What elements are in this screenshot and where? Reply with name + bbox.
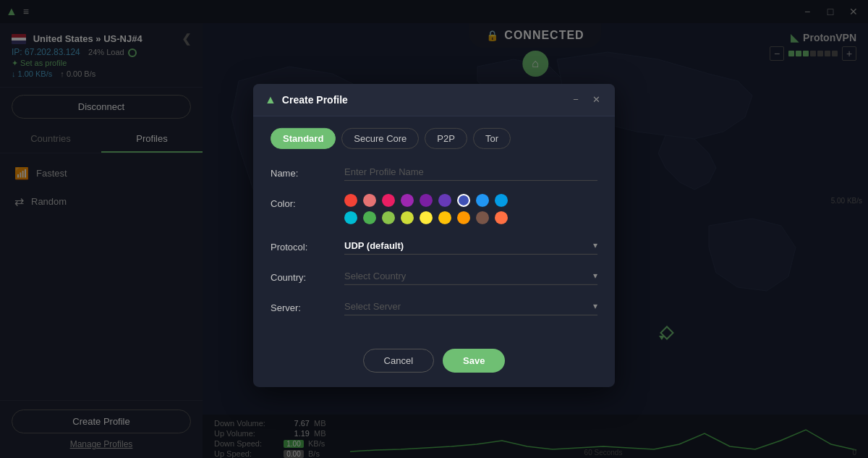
color-dot-lightred[interactable] (363, 193, 376, 206)
dialog-controls: − ✕ (569, 92, 603, 106)
color-dot-darkpurple[interactable] (420, 193, 433, 206)
tab-secure-core[interactable]: Secure Core (341, 127, 419, 148)
protocol-select[interactable]: UDP (default) ▾ (344, 237, 597, 254)
name-label: Name: (271, 163, 336, 178)
dialog-proton-icon: ▲ (265, 93, 276, 106)
color-dot-amber[interactable] (438, 211, 451, 224)
color-picker (344, 193, 597, 224)
color-label: Color: (271, 193, 336, 208)
cancel-button[interactable]: Cancel (363, 348, 434, 372)
color-dot-brown[interactable] (476, 211, 489, 224)
protocol-value: UDP (default) (344, 239, 593, 250)
protocol-dropdown-arrow: ▾ (593, 240, 597, 250)
server-select[interactable]: Select Server ▾ (344, 297, 597, 315)
protocol-label: Protocol: (271, 237, 336, 252)
color-dot-lightblue[interactable] (495, 193, 508, 206)
color-row-2 (344, 211, 597, 224)
country-placeholder: Select Country (344, 270, 593, 281)
color-dot-indigo[interactable] (457, 193, 470, 206)
color-dot-yellow[interactable] (420, 211, 433, 224)
color-dot-purple[interactable] (401, 193, 414, 206)
country-select[interactable]: Select Country ▾ (344, 267, 597, 284)
tab-standard[interactable]: Standard (271, 127, 336, 148)
color-dot-red[interactable] (344, 193, 357, 206)
server-placeholder: Select Server (344, 300, 593, 311)
save-button[interactable]: Save (443, 348, 505, 372)
tab-p2p[interactable]: P2P (425, 127, 467, 148)
protocol-control: UDP (default) ▾ (344, 237, 597, 254)
name-control (344, 163, 597, 180)
color-dot-orange[interactable] (457, 211, 470, 224)
color-dot-deeppurple[interactable] (438, 193, 451, 206)
dialog-title-text: Create Profile (282, 93, 348, 105)
dialog-body: Standard Secure Core P2P Tor Name: Color… (253, 116, 615, 342)
dialog-footer: Cancel Save (253, 342, 615, 386)
dialog-minimize-button[interactable]: − (569, 92, 583, 106)
name-row: Name: (271, 163, 597, 180)
country-control: Select Country ▾ (344, 267, 597, 284)
color-dot-pink[interactable] (382, 193, 395, 206)
profile-tabs: Standard Secure Core P2P Tor (271, 127, 597, 148)
dialog-close-button[interactable]: ✕ (589, 92, 603, 106)
server-row: Server: Select Server ▾ (271, 297, 597, 315)
country-row: Country: Select Country ▾ (271, 267, 597, 284)
color-row: Color: (271, 193, 597, 224)
color-dot-lightgreen[interactable] (382, 211, 395, 224)
color-dot-cyan[interactable] (344, 211, 357, 224)
dialog-title: ▲ Create Profile (265, 93, 348, 106)
server-label: Server: (271, 297, 336, 313)
country-dropdown-arrow: ▾ (593, 271, 597, 281)
protocol-row: Protocol: UDP (default) ▾ (271, 237, 597, 254)
name-input[interactable] (344, 163, 597, 180)
color-row-1 (344, 193, 597, 206)
server-dropdown-arrow: ▾ (593, 301, 597, 311)
color-dot-lime[interactable] (401, 211, 414, 224)
dialog-titlebar: ▲ Create Profile − ✕ (253, 83, 615, 116)
color-dot-green[interactable] (363, 211, 376, 224)
color-dot-deeporange[interactable] (495, 211, 508, 224)
color-dot-blue[interactable] (476, 193, 489, 206)
create-profile-dialog: ▲ Create Profile − ✕ Standard Secure Cor… (253, 83, 615, 386)
country-label: Country: (271, 267, 336, 282)
tab-tor[interactable]: Tor (473, 127, 511, 148)
server-control: Select Server ▾ (344, 297, 597, 315)
